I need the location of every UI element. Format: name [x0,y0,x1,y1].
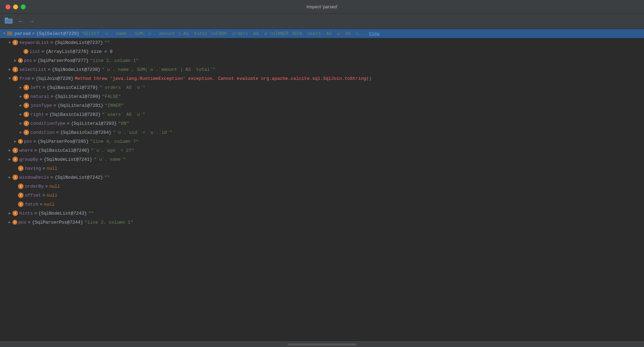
tree-row-orderBy[interactable]: ▶ f orderBy = null [0,182,644,191]
field-icon-orderBy: f [18,184,24,189]
tree-row-groupBy[interactable]: ▶ f groupBy = {SqlNodeList@7241} "`u`.`n… [0,155,644,164]
forward-button[interactable]: → [27,17,37,26]
expand-arrow-from[interactable]: ▼ [7,77,12,81]
field-name-groupBy: groupBy [19,157,38,162]
tree-row-having[interactable]: ▶ f having = null [0,164,644,173]
val-left: "`orders` AS `o`" [99,85,145,90]
ref-keywordList: {SqlNodeList@7237} [55,40,103,45]
tree-row-keywordList[interactable]: ▼ f keywordList = {SqlNodeList@7237} "" [0,38,644,47]
expand-arrow-orderBy: ▶ [12,184,18,188]
tree-row-conditionType[interactable]: ▶ f conditionType = {SqlLiteral@7283} "O… [0,119,644,128]
val-where: "`u`.`age` < 27" [91,148,134,153]
expand-arrow-condition[interactable]: ▶ [18,130,24,134]
val-keywordList: "" [104,40,110,45]
expand-arrow-hints[interactable]: ▶ [7,211,12,215]
expand-arrow-right[interactable]: ▶ [18,112,24,116]
tree-row-pos3[interactable]: ▶ f pos = {SqlParserPos@7244} "line 2, c… [0,218,644,227]
back-button[interactable]: ← [16,17,26,26]
expand-arrow-windowDecls[interactable]: ▶ [7,175,12,179]
val-joinType: "INNER" [105,103,124,108]
tree-root-row[interactable]: ▼ parsed = {SqlSelect@7229} "SELECT `u`.… [0,29,644,38]
ref-condition: {SqlBasicCall@7284} [60,130,111,135]
expand-arrow-offset: ▶ [12,193,18,197]
field-icon-joinType: f [24,103,29,108]
expand-arrow-natural[interactable]: ▶ [18,94,24,99]
field-icon-conditionType: f [24,121,29,126]
close-button[interactable] [6,4,10,9]
expand-arrow-left[interactable]: ▶ [18,85,24,90]
minimize-button[interactable] [13,4,18,9]
ref-left: {SqlBasicCall@7279} [47,85,98,90]
expand-arrow-groupBy[interactable]: ▶ [7,157,12,161]
field-name-pos2: pos [24,139,32,144]
field-icon-groupBy: f [12,157,18,162]
expand-arrow-pos3[interactable]: ▶ [7,220,12,224]
tree-row-pos1[interactable]: ▶ f pos = {SqlParserPos@7277} "line 2, c… [0,56,644,65]
field-name-fetch: fetch [25,202,38,207]
tree-row-pos2[interactable]: ▶ f pos = {SqlParserPos@7285} "line 4, c… [0,137,644,146]
toolbar: ← → [0,14,644,29]
field-name-offset: offset [25,193,41,198]
tree-row-list[interactable]: ▶ f list = {ArrayList@7276} size = 0 [0,47,644,56]
field-name-list: list [29,49,40,54]
expand-arrow-pos1[interactable]: ▶ [12,58,18,63]
tree-row-right[interactable]: ▶ f right = {SqlBasicCall@7282} "`users`… [0,110,644,119]
ref-from: {SqlJoin@7239} [36,76,73,81]
val-list: size = 0 [91,49,112,54]
tree-row-fetch[interactable]: ▶ f fetch = null [0,200,644,209]
ref-joinType: {SqlLiteral@7281} [57,103,103,108]
tree-row-where[interactable]: ▶ f where = {SqlBasicCall@7240} "`u`.`ag… [0,146,644,155]
ref-natural: {SqlLiteral@7280} [55,94,101,99]
tree-row-hints[interactable]: ▶ f hints = {SqlNodeList@7243} "" [0,209,644,218]
ref-windowDecls: {SqlNodeList@7242} [55,175,103,180]
tree-row-condition[interactable]: ▶ f condition = {SqlBasicCall@7284} "`o`… [0,128,644,137]
tree-area[interactable]: ▼ parsed = {SqlSelect@7229} "SELECT `u`.… [0,29,644,341]
svg-rect-2 [6,19,12,23]
field-name-selectList: selectList [19,67,46,72]
tree-row-selectList[interactable]: ▶ f selectList = {SqlNodeList@7238} "`u`… [0,65,644,74]
val-pos2: "line 4, column 7" [90,139,138,144]
field-name-natural: natural [30,94,49,99]
field-name-hints: hints [19,211,33,216]
expand-arrow-keywordList[interactable]: ▼ [7,41,12,45]
field-name-pos3: pos [18,220,26,225]
tree-row-natural[interactable]: ▶ f natural = {SqlLiteral@7280} "FALSE" [0,92,644,101]
maximize-button[interactable] [21,4,26,9]
val-natural: "FALSE" [102,94,121,99]
expand-arrow-selectList[interactable]: ▶ [7,67,12,72]
field-name-from: from [19,76,30,81]
val-condition: "`o`.`uid` = `u`.`id`" [113,130,172,135]
field-icon-where: f [12,148,18,153]
expand-arrow-pos2[interactable]: ▶ [12,139,18,143]
scroll-indicator[interactable] [287,344,357,346]
ref-where: {SqlBasicCall@7240} [38,148,90,153]
svg-rect-1 [5,18,8,19]
val-pos1: "line 2, column 1" [90,58,138,63]
title-bar: Inspect 'parsed' [0,0,644,14]
window-controls [6,4,26,9]
tree-row-left[interactable]: ▶ f left = {SqlBasicCall@7279} "`orders`… [0,83,644,92]
expand-arrow-root[interactable]: ▼ [1,32,7,36]
field-icon-windowDecls: f [12,175,18,180]
field-icon-condition: f [24,130,29,135]
val-pos3: "line 2, column 1" [84,220,133,225]
expand-arrow-having: ▶ [12,166,18,170]
expand-arrow-list: ▶ [18,49,24,54]
root-value: "SELECT `u`.`name`, SUM(`o`.`amount`) AS… [81,31,367,36]
ref-conditionType: {SqlLiteral@7283} [71,121,117,126]
ref-groupBy: {SqlNodeList@7241} [44,157,92,162]
tree-row-offset[interactable]: ▶ f offset = null [0,191,644,200]
tree-row-joinType[interactable]: ▶ f joinType = {SqlLiteral@7281} "INNER" [0,101,644,110]
val-orderBy: null [49,184,60,189]
expand-arrow-joinType[interactable]: ▶ [18,103,24,107]
tree-row-from[interactable]: ▼ f from = {SqlJoin@7239} Method threw '… [0,74,644,83]
expand-arrow-conditionType[interactable]: ▶ [18,121,24,125]
tree-row-windowDecls[interactable]: ▶ f windowDecls = {SqlNodeList@7242} "" [0,173,644,182]
folder-icon-button[interactable] [3,16,15,27]
field-icon-pos3: f [12,220,17,225]
val-right: "`users` AS `u`" [102,112,145,117]
expand-arrow-where[interactable]: ▶ [7,148,12,152]
field-name-where: where [19,148,33,153]
view-link[interactable]: View [369,31,379,36]
ref-pos3: {SqlParserPos@7244} [32,220,83,225]
